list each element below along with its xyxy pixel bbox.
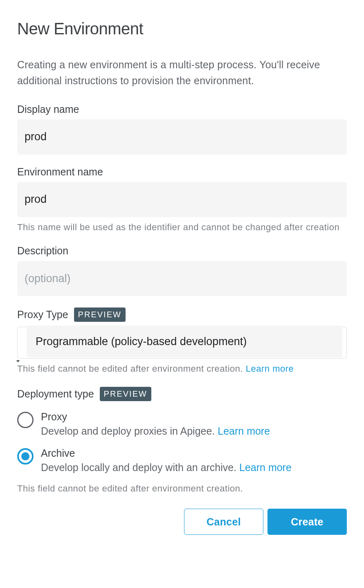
preview-badge: PREVIEW: [74, 307, 126, 322]
description-field: Description: [17, 245, 347, 296]
new-environment-form: New Environment Creating a new environme…: [0, 0, 364, 547]
environment-name-input[interactable]: [17, 182, 347, 217]
proxy-type-learn-more-link[interactable]: Learn more: [246, 364, 294, 374]
intro-text: Creating a new environment is a multi-st…: [17, 57, 347, 89]
deployment-type-helper: This field cannot be edited after enviro…: [17, 483, 347, 494]
radio-checked-icon[interactable]: [17, 448, 34, 465]
display-name-input[interactable]: [17, 119, 347, 155]
deployment-type-label: Deployment type: [17, 388, 94, 400]
environment-name-field: Environment name This name will be used …: [17, 166, 347, 234]
chevron-down-icon: [13, 357, 22, 366]
proxy-type-label-row: Proxy Type PREVIEW: [17, 307, 347, 322]
proxy-type-field: Proxy Type PREVIEW Programmable (policy-…: [17, 307, 347, 375]
deployment-archive-learn-more-link[interactable]: Learn more: [239, 462, 292, 473]
deployment-type-label-row: Deployment type PREVIEW: [17, 387, 347, 401]
deployment-option-title: Archive: [41, 447, 347, 459]
proxy-type-label: Proxy Type: [17, 309, 68, 321]
radio-unchecked-icon[interactable]: [17, 412, 34, 428]
cancel-button[interactable]: Cancel: [184, 509, 263, 535]
create-button[interactable]: Create: [267, 509, 347, 535]
deployment-type-field: Deployment type PREVIEW Proxy Develop an…: [17, 387, 347, 494]
preview-badge: PREVIEW: [100, 387, 151, 401]
dialog-buttons: Cancel Create: [17, 509, 347, 535]
deployment-option-desc: Develop locally and deploy with an archi…: [41, 460, 347, 476]
proxy-type-helper: This field cannot be edited after enviro…: [17, 363, 347, 375]
page-title: New Environment: [17, 20, 347, 38]
deployment-option-title: Proxy: [41, 411, 347, 423]
deployment-option-desc: Develop and deploy proxies in Apigee. Le…: [41, 424, 347, 439]
display-name-field: Display name: [17, 103, 347, 155]
deployment-proxy-learn-more-link[interactable]: Learn more: [218, 425, 270, 437]
description-label: Description: [17, 245, 347, 257]
environment-name-label: Environment name: [17, 166, 347, 178]
deployment-option-archive[interactable]: Archive Develop locally and deploy with …: [17, 447, 347, 476]
display-name-label: Display name: [17, 103, 347, 115]
environment-name-helper: This name will be used as the identifier…: [17, 221, 347, 234]
proxy-type-helper-text: This field cannot be edited after enviro…: [17, 364, 246, 374]
proxy-type-selected-value: Programmable (policy-based development): [27, 325, 342, 357]
deployment-option-proxy[interactable]: Proxy Develop and deploy proxies in Apig…: [17, 411, 347, 439]
description-input[interactable]: [17, 261, 347, 296]
proxy-type-select[interactable]: Programmable (policy-based development): [17, 327, 347, 359]
